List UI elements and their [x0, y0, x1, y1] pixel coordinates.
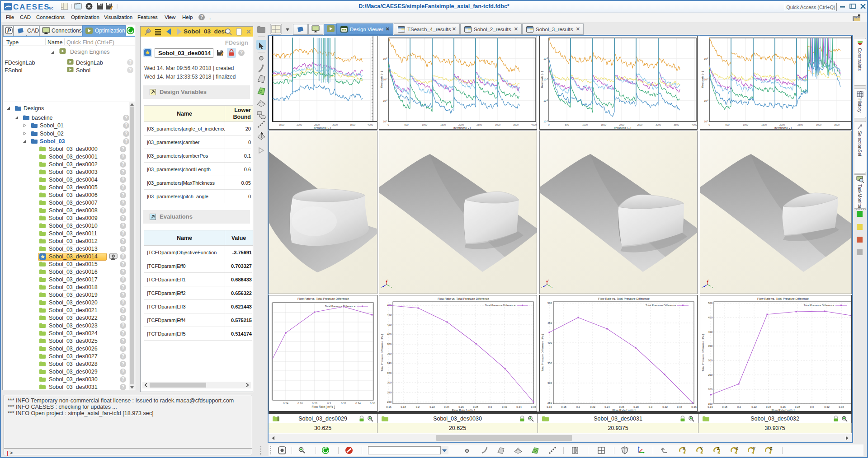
svg-text:0.18: 0.18	[722, 406, 727, 408]
svg-text:1500: 1500	[601, 123, 606, 126]
svg-text:0.3: 0.3	[810, 406, 814, 408]
svg-text:0.26: 0.26	[458, 406, 464, 408]
svg-text:Flow Rate [ m3/s ]: Flow Rate [ m3/s ]	[312, 405, 335, 409]
svg-text:0.26: 0.26	[780, 406, 786, 408]
svg-text:500: 500	[547, 302, 552, 304]
svg-text:4000: 4000	[531, 123, 537, 126]
svg-text:2000: 2000	[297, 123, 302, 126]
svg-text:320: 320	[387, 372, 392, 374]
svg-text:Total Pressure Difference: Total Pressure Difference	[485, 304, 516, 307]
svg-text:300: 300	[708, 359, 713, 362]
svg-text:300: 300	[547, 382, 552, 384]
svg-text:0.2: 0.2	[737, 406, 741, 408]
svg-text:0.24: 0.24	[283, 402, 288, 405]
svg-text:0.22: 0.22	[751, 406, 757, 408]
svg-text:340: 340	[387, 362, 392, 365]
svg-text:Flow Rate vs. Total Pressure: Flow Rate vs. Total Pressure Difference	[438, 297, 489, 300]
svg-text:0.26: 0.26	[619, 406, 624, 408]
svg-text:360: 360	[387, 352, 392, 355]
svg-text:z: z	[541, 286, 542, 289]
svg-text:X: X	[683, 446, 685, 451]
svg-text:3500: 3500	[350, 123, 355, 126]
svg-text:150: 150	[708, 402, 713, 405]
svg-text:Flow Rate vs. Total Pressure: Flow Rate vs. Total Pressure Difference	[757, 297, 809, 300]
svg-text:260: 260	[387, 401, 392, 403]
svg-text:Flow Rate [ m3/s ]: Flow Rate [ m3/s ]	[613, 409, 636, 411]
svg-text:1000: 1000	[743, 123, 748, 126]
svg-text:0: 0	[548, 123, 549, 126]
svg-text:0.28: 0.28	[473, 406, 478, 408]
svg-text:0.16: 0.16	[547, 406, 552, 408]
svg-text:350: 350	[708, 345, 713, 347]
svg-text:0.36: 0.36	[370, 402, 375, 405]
svg-text:x: x	[548, 279, 549, 281]
svg-text:0.34: 0.34	[516, 406, 522, 408]
svg-text:400: 400	[387, 333, 392, 336]
svg-text:Total Pressure Difference [ Pa: Total Pressure Difference [ Pa ]	[541, 334, 544, 371]
svg-text:y: y	[552, 286, 552, 288]
svg-text:0: 0	[387, 123, 389, 126]
svg-text:x: x	[387, 279, 388, 281]
svg-text:y: y	[712, 286, 713, 288]
svg-text:400: 400	[547, 341, 552, 344]
svg-text:0.32: 0.32	[341, 402, 346, 405]
svg-text:500: 500	[708, 302, 713, 304]
svg-text:0.36: 0.36	[531, 406, 536, 408]
svg-text:Flow Rate [ m3/s ]: Flow Rate [ m3/s ]	[772, 409, 795, 411]
svg-text:1000: 1000	[582, 123, 588, 126]
svg-text:0.28: 0.28	[795, 406, 800, 408]
svg-text:420: 420	[387, 323, 392, 326]
svg-text:440: 440	[387, 313, 392, 316]
svg-text:Flow Rate [ m3/s ]: Flow Rate [ m3/s ]	[452, 409, 475, 411]
svg-text:0.3: 0.3	[649, 406, 653, 408]
svg-text:3000: 3000	[656, 123, 661, 126]
svg-text:Residuals [ - ]: Residuals [ - ]	[541, 71, 543, 88]
svg-text:z: z	[702, 286, 703, 289]
svg-text:2500: 2500	[476, 123, 482, 126]
svg-text:Y: Y	[700, 446, 703, 451]
svg-text:Total Pressure Difference [ Pa: Total Pressure Difference [ Pa ]	[702, 334, 704, 371]
svg-text:0.36: 0.36	[691, 406, 697, 408]
svg-text:500: 500	[565, 123, 569, 126]
svg-text:280: 280	[387, 391, 392, 394]
svg-text:200: 200	[708, 388, 713, 391]
svg-text:0.32: 0.32	[662, 406, 668, 408]
svg-text:Iterations [ - ]: Iterations [ - ]	[453, 126, 471, 129]
svg-text:Iterations [ - ]: Iterations [ - ]	[314, 126, 331, 129]
svg-text:0.34: 0.34	[677, 406, 682, 408]
svg-text:350: 350	[547, 362, 552, 365]
svg-text:-Y: -Y	[751, 446, 755, 451]
svg-text:0.32: 0.32	[824, 406, 830, 408]
svg-text:3000: 3000	[495, 123, 500, 126]
svg-text:0.22: 0.22	[590, 406, 595, 408]
svg-text:0.34: 0.34	[355, 402, 361, 405]
svg-text:Iterations [ - ]: Iterations [ - ]	[614, 126, 631, 129]
svg-text:3000: 3000	[332, 123, 338, 126]
svg-text:250: 250	[547, 402, 552, 404]
svg-text:4000: 4000	[368, 123, 373, 126]
svg-text:Total Pressure Difference: Total Pressure Difference	[804, 304, 835, 307]
svg-text:z: z	[381, 286, 382, 289]
svg-text:Flow Rate vs. Total Pressure: Flow Rate vs. Total Pressure Difference	[598, 297, 650, 300]
svg-text:1500: 1500	[440, 123, 446, 126]
svg-text:0.3: 0.3	[327, 402, 331, 405]
svg-text:0.18: 0.18	[561, 406, 566, 408]
svg-text:Iterations [ - ]: Iterations [ - ]	[774, 126, 792, 129]
svg-text:2500: 2500	[637, 123, 642, 126]
svg-text:Residuals [ - ]: Residuals [ - ]	[380, 71, 383, 88]
svg-text:3000: 3000	[816, 123, 821, 126]
svg-text:-Z: -Z	[769, 446, 773, 451]
svg-text:1000: 1000	[422, 123, 427, 126]
svg-text:0.24: 0.24	[766, 406, 771, 408]
svg-text:0.2: 0.2	[576, 406, 580, 408]
svg-text:0.34: 0.34	[839, 406, 844, 408]
svg-text:0.28: 0.28	[312, 402, 317, 405]
svg-text:x: x	[708, 279, 709, 281]
svg-text:450: 450	[547, 322, 552, 324]
svg-text:2500: 2500	[314, 123, 320, 126]
svg-text:400: 400	[708, 331, 713, 333]
svg-text:3500: 3500	[513, 123, 519, 126]
svg-text:Total Pressure Difference [ Pa: Total Pressure Difference [ Pa ]	[381, 334, 383, 371]
svg-text:-X: -X	[734, 446, 738, 451]
svg-text:500: 500	[404, 123, 408, 126]
